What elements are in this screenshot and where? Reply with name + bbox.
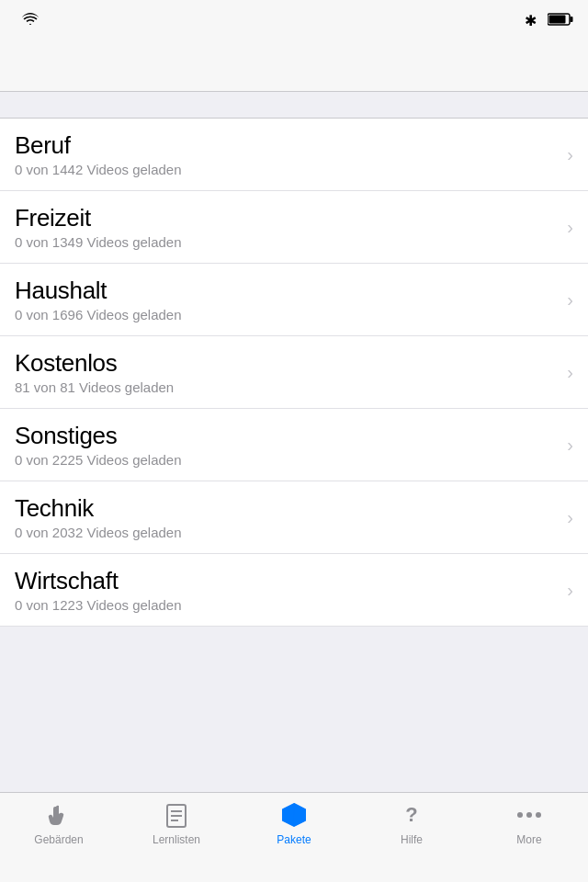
status-left	[15, 13, 39, 28]
list-item-subtitle: 0 von 1349 Videos geladen	[15, 234, 560, 250]
list-item-content: Beruf 0 von 1442 Videos geladen	[15, 131, 560, 177]
tab-hilfe[interactable]: ? Hilfe	[353, 800, 470, 846]
svg-rect-2	[549, 15, 566, 23]
status-right: ✱	[525, 12, 573, 29]
bluetooth-icon: ✱	[525, 12, 537, 29]
chevron-right-icon: ›	[567, 507, 573, 528]
wifi-icon	[22, 13, 39, 28]
pakete-icon	[279, 800, 309, 830]
svg-point-8	[517, 812, 523, 818]
list-item-content: Haushalt 0 von 1696 Videos geladen	[15, 277, 560, 322]
svg-text:?: ?	[405, 803, 417, 826]
chevron-right-icon: ›	[567, 144, 573, 165]
list-item-subtitle: 0 von 1442 Videos geladen	[15, 162, 560, 177]
lernlisten-label: Lernlisten	[153, 833, 200, 846]
package-list: Beruf 0 von 1442 Videos geladen › Freize…	[0, 118, 588, 627]
list-item-title: Haushalt	[15, 277, 560, 305]
status-bar: ✱	[0, 0, 588, 40]
list-item-subtitle: 0 von 2032 Videos geladen	[15, 525, 560, 540]
list-item-title: Beruf	[15, 131, 560, 160]
list-item-subtitle: 0 von 1696 Videos geladen	[15, 307, 560, 322]
list-item-content: Wirtschaft 0 von 1223 Videos geladen	[15, 567, 560, 613]
hilfe-icon: ?	[397, 800, 426, 830]
chevron-right-icon: ›	[567, 435, 573, 456]
chevron-right-icon: ›	[567, 217, 573, 238]
list-item[interactable]: Beruf 0 von 1442 Videos geladen ›	[0, 119, 588, 191]
list-item-title: Kostenlos	[15, 349, 560, 378]
chevron-right-icon: ›	[567, 289, 573, 311]
list-item-content: Freizeit 0 von 1349 Videos geladen	[15, 204, 560, 250]
list-item[interactable]: Freizeit 0 von 1349 Videos geladen ›	[0, 191, 588, 264]
list-item-content: Technik 0 von 2032 Videos geladen	[15, 494, 560, 540]
list-item-title: Technik	[15, 494, 560, 523]
list-item[interactable]: Sonstiges 0 von 2225 Videos geladen ›	[0, 409, 588, 481]
more-icon	[514, 800, 544, 830]
hilfe-label: Hilfe	[401, 833, 423, 846]
list-item[interactable]: Wirtschaft 0 von 1223 Videos geladen ›	[0, 554, 588, 627]
section-header	[0, 92, 588, 118]
tab-gebaerden[interactable]: Gebärden	[0, 800, 118, 846]
tab-lernlisten[interactable]: Lernlisten	[118, 800, 235, 846]
list-item-title: Sonstiges	[15, 422, 560, 450]
battery-icon	[548, 13, 573, 28]
list-item[interactable]: Kostenlos 81 von 81 Videos geladen ›	[0, 336, 588, 409]
lernlisten-icon	[162, 800, 191, 830]
list-item-title: Wirtschaft	[15, 567, 560, 595]
tab-more[interactable]: More	[470, 800, 588, 846]
list-item-subtitle: 0 von 1223 Videos geladen	[15, 597, 560, 613]
pakete-label: Pakete	[277, 833, 311, 846]
chevron-right-icon: ›	[567, 362, 573, 383]
list-item-title: Freizeit	[15, 204, 560, 232]
gebaerden-icon	[44, 800, 74, 830]
list-item[interactable]: Haushalt 0 von 1696 Videos geladen ›	[0, 264, 588, 336]
more-label: More	[516, 833, 541, 846]
nav-bar	[0, 40, 588, 92]
list-item[interactable]: Technik 0 von 2032 Videos geladen ›	[0, 481, 588, 554]
svg-point-9	[526, 812, 532, 818]
list-item-subtitle: 81 von 81 Videos geladen	[15, 379, 560, 395]
list-item-content: Kostenlos 81 von 81 Videos geladen	[15, 349, 560, 395]
svg-point-10	[536, 812, 541, 818]
svg-rect-1	[571, 17, 573, 22]
tab-bar: Gebärden Lernlisten Pakete ? Hilfe	[0, 792, 588, 882]
chevron-right-icon: ›	[567, 580, 573, 601]
list-item-content: Sonstiges 0 von 2225 Videos geladen	[15, 422, 560, 468]
tab-pakete[interactable]: Pakete	[235, 800, 353, 846]
gebaerden-label: Gebärden	[34, 833, 83, 846]
list-item-subtitle: 0 von 2225 Videos geladen	[15, 452, 560, 468]
